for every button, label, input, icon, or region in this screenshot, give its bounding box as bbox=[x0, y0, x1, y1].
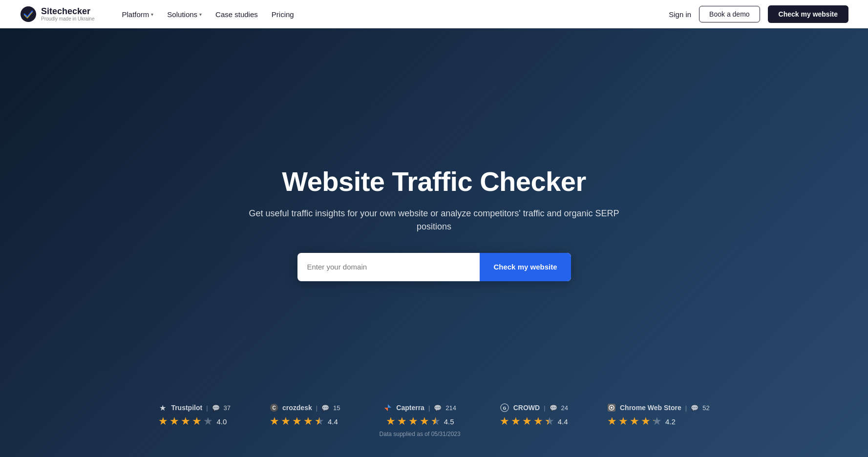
capterra-label: Capterra bbox=[396, 404, 424, 412]
crozdesk-rating: C crozdesk | 💬 15 ★ ★ ★ ★ ★ ★ 4.4 bbox=[270, 403, 340, 428]
chevron-down-icon: ▾ bbox=[151, 12, 153, 17]
trustpilot-header: ★ Trustpilot | 💬 37 bbox=[158, 403, 231, 412]
ratings-section: ★ Trustpilot | 💬 37 ★ ★ ★ ★ ★ 4.0 C bbox=[0, 403, 868, 437]
capterra-score: 4.5 bbox=[444, 417, 454, 426]
nav-solutions[interactable]: Solutions ▾ bbox=[167, 10, 202, 19]
crozdesk-score: 4.4 bbox=[328, 417, 338, 426]
svg-text:C: C bbox=[272, 405, 275, 411]
crowd-count: 24 bbox=[561, 404, 568, 412]
capterra-header: Capterra | 💬 214 bbox=[383, 403, 456, 412]
nav-links: Platform ▾ Solutions ▾ Case studies Pric… bbox=[122, 10, 654, 19]
crowd-label: CROWD bbox=[513, 404, 540, 412]
capterra-stars: ★ ★ ★ ★ ★ ★ 4.5 bbox=[386, 415, 454, 428]
trustpilot-stars: ★ ★ ★ ★ ★ 4.0 bbox=[158, 415, 227, 428]
trustpilot-label: Trustpilot bbox=[171, 404, 202, 412]
check-my-website-button-nav[interactable]: Check my website bbox=[768, 5, 848, 23]
logo-subtitle: Proudly made in Ukraine bbox=[41, 17, 95, 21]
hero-section: Website Traffic Checker Get useful traff… bbox=[0, 28, 868, 457]
nav-pricing[interactable]: Pricing bbox=[272, 10, 294, 19]
nav-case-studies[interactable]: Case studies bbox=[215, 10, 258, 19]
g2crowd-icon: G bbox=[500, 403, 509, 412]
crozdesk-count: 15 bbox=[333, 404, 340, 412]
comment-icon: 💬 bbox=[321, 404, 329, 412]
chrome-stars: ★ ★ ★ ★ ★ ★ 4.2 bbox=[607, 415, 676, 428]
nav-platform[interactable]: Platform ▾ bbox=[122, 10, 154, 19]
search-bar: Check my website bbox=[297, 253, 571, 281]
capterra-column: Capterra | 💬 214 ★ ★ ★ ★ ★ ★ 4.5 bbox=[380, 403, 461, 437]
comment-icon: 💬 bbox=[434, 404, 442, 412]
logo[interactable]: Sitechecker Proudly made in Ukraine bbox=[20, 5, 95, 23]
crowd-header: G CROWD | 💬 24 bbox=[500, 403, 568, 412]
chrome-icon bbox=[607, 403, 616, 412]
svg-marker-4 bbox=[384, 408, 388, 411]
crozdesk-stars: ★ ★ ★ ★ ★ ★ 4.4 bbox=[270, 415, 338, 428]
crozdesk-header: C crozdesk | 💬 15 bbox=[270, 403, 340, 412]
crozdesk-label: crozdesk bbox=[282, 404, 312, 412]
check-my-website-button[interactable]: Check my website bbox=[480, 253, 571, 281]
chevron-down-icon: ▾ bbox=[199, 12, 202, 17]
svg-text:G: G bbox=[503, 406, 506, 411]
chrome-label: Chrome Web Store bbox=[620, 404, 681, 412]
domain-input[interactable] bbox=[297, 253, 480, 281]
capterra-count: 214 bbox=[445, 404, 456, 412]
comment-icon: 💬 bbox=[691, 404, 699, 412]
trustpilot-count: 37 bbox=[224, 404, 231, 412]
navbar: Sitechecker Proudly made in Ukraine Plat… bbox=[0, 0, 868, 28]
hero-title: Website Traffic Checker bbox=[282, 166, 586, 197]
chrome-rating: Chrome Web Store | 💬 52 ★ ★ ★ ★ ★ ★ 4.2 bbox=[607, 403, 710, 428]
chrome-score: 4.2 bbox=[665, 417, 676, 426]
crozdesk-icon: C bbox=[270, 403, 278, 412]
svg-point-0 bbox=[21, 6, 36, 22]
chrome-header: Chrome Web Store | 💬 52 bbox=[607, 403, 710, 412]
capterra-icon bbox=[383, 403, 392, 412]
nav-right-actions: Sign in Book a demo Check my website bbox=[669, 5, 848, 23]
comment-icon: 💬 bbox=[212, 404, 220, 412]
trustpilot-icon: ★ bbox=[158, 403, 167, 412]
hero-subtitle: Get useful traffic insights for your own… bbox=[244, 207, 625, 233]
capterra-rating: Capterra | 💬 214 ★ ★ ★ ★ ★ ★ 4.5 bbox=[383, 403, 456, 428]
trustpilot-rating: ★ Trustpilot | 💬 37 ★ ★ ★ ★ ★ 4.0 bbox=[158, 403, 231, 428]
crowd-stars: ★ ★ ★ ★ ★ ★ 4.4 bbox=[500, 415, 568, 428]
svg-point-9 bbox=[611, 407, 613, 409]
crowd-score: 4.4 bbox=[558, 417, 568, 426]
comment-icon: 💬 bbox=[550, 404, 557, 412]
chrome-count: 52 bbox=[702, 404, 709, 412]
logo-name: Sitechecker bbox=[41, 7, 95, 17]
book-demo-button[interactable]: Book a demo bbox=[699, 6, 760, 22]
logo-text-area: Sitechecker Proudly made in Ukraine bbox=[41, 7, 95, 21]
sign-in-link[interactable]: Sign in bbox=[669, 10, 691, 19]
svg-marker-3 bbox=[388, 404, 391, 408]
logo-icon bbox=[20, 5, 37, 23]
crowd-rating: G CROWD | 💬 24 ★ ★ ★ ★ ★ ★ 4.4 bbox=[500, 403, 568, 428]
data-supplied-text: Data supplied as of 05/31/2023 bbox=[380, 431, 461, 437]
trustpilot-score: 4.0 bbox=[216, 417, 227, 426]
